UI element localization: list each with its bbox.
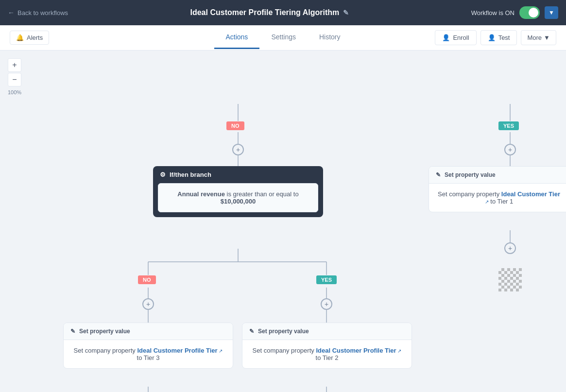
workflow-canvas: + − 100% NO YES + + ⚙ If/then branch Ann… bbox=[0, 51, 566, 392]
tab-settings[interactable]: Settings bbox=[259, 26, 308, 49]
title-text: Ideal Customer Profile Tiering Algorithm bbox=[190, 8, 340, 17]
external-link-icon: ↗ bbox=[218, 348, 223, 354]
topbar: ← Back to workflows Ideal Customer Profi… bbox=[0, 0, 566, 25]
condition-bold: Annual revenue bbox=[177, 190, 225, 198]
more-chevron-icon: ▼ bbox=[544, 34, 550, 41]
tabsbar: 🔔 Alerts Actions Settings History 👤 Enro… bbox=[0, 25, 566, 51]
add-step-top-yes[interactable]: + bbox=[504, 144, 516, 155]
chevron-down-icon: ▼ bbox=[549, 9, 554, 16]
zoom-level-label: 100% bbox=[8, 89, 21, 95]
setprop-suffix: to Tier 3 bbox=[137, 354, 160, 361]
enroll-icon: 👤 bbox=[442, 34, 450, 41]
alerts-label: Alerts bbox=[27, 34, 43, 41]
back-arrow-icon: ← bbox=[8, 9, 15, 17]
setprop-title: Set property value bbox=[258, 328, 309, 335]
no-badge: NO bbox=[138, 275, 156, 284]
zoom-in-button[interactable]: + bbox=[8, 58, 21, 72]
setprop-tier2-node[interactable]: ✎ Set property value Set company propert… bbox=[242, 323, 412, 369]
add-step-top-no[interactable]: + bbox=[232, 144, 244, 155]
yes-badge-top: YES bbox=[498, 121, 519, 130]
setprop-tier2-link[interactable]: Ideal Customer Profile Tier bbox=[316, 347, 396, 354]
workflow-toggle[interactable] bbox=[519, 6, 540, 19]
setprop-title: Set property value bbox=[445, 171, 496, 178]
yes-badge-bottom-right: YES bbox=[316, 275, 337, 284]
setprop-prefix: Set company property bbox=[74, 347, 136, 354]
setprop-tier3-link[interactable]: Ideal Customer Profile Tier bbox=[137, 347, 217, 354]
ifthen-title: If/then branch bbox=[170, 171, 211, 178]
setprop-link[interactable]: Ideal Customer Tier bbox=[501, 190, 560, 198]
add-step-bottom-left[interactable]: + bbox=[142, 298, 154, 310]
more-button[interactable]: More ▼ bbox=[521, 30, 556, 45]
workflow-status-label: Workflow is ON bbox=[471, 9, 515, 17]
workflow-title: Ideal Customer Profile Tiering Algorithm… bbox=[76, 8, 463, 17]
add-step-bottom-right[interactable]: + bbox=[321, 298, 332, 310]
external-link-icon: ↗ bbox=[485, 199, 489, 205]
setprop-tier3-header: ✎ Set property value bbox=[64, 323, 233, 340]
ifthen-body: Annual revenue is greater than or equal … bbox=[158, 183, 318, 212]
setprop-tier1-body: Set company property Ideal Customer Tier… bbox=[429, 184, 566, 212]
test-icon: 👤 bbox=[488, 34, 496, 41]
workflow-chevron-button[interactable]: ▼ bbox=[545, 6, 558, 19]
enroll-button[interactable]: 👤 Enroll bbox=[435, 30, 476, 45]
setprop-tier3-node[interactable]: ✎ Set property value Set company propert… bbox=[63, 323, 233, 369]
edit-icon[interactable]: ✎ bbox=[343, 9, 349, 17]
setprop-title: Set property value bbox=[79, 328, 130, 335]
add-step-button[interactable]: + bbox=[321, 298, 332, 310]
add-step-tier1[interactable]: + bbox=[504, 242, 516, 254]
add-step-button[interactable]: + bbox=[232, 144, 244, 155]
setprop-prefix: Set company property bbox=[253, 347, 314, 354]
branch-icon: ⚙ bbox=[160, 171, 166, 178]
ifthen-header: ⚙ If/then branch bbox=[153, 166, 323, 183]
setprop-tier2-body: Set company property Ideal Customer Prof… bbox=[242, 340, 412, 368]
zoom-controls: + − 100% bbox=[8, 58, 21, 95]
no-badge: NO bbox=[226, 121, 244, 130]
test-button[interactable]: 👤 Test bbox=[480, 30, 517, 45]
setprop-suffix: to Tier 2 bbox=[316, 354, 339, 361]
add-step-button[interactable]: + bbox=[504, 144, 516, 155]
tabs-center: Actions Settings History bbox=[214, 26, 352, 49]
setprop-tier1-header: ✎ Set property value bbox=[429, 167, 566, 184]
setprop-prefix: Set company property bbox=[438, 190, 499, 198]
tabsbar-right: 👤 Enroll 👤 Test More ▼ bbox=[435, 30, 556, 45]
enroll-label: Enroll bbox=[453, 34, 469, 41]
alerts-button[interactable]: 🔔 Alerts bbox=[10, 31, 49, 45]
setprop-tier2-header: ✎ Set property value bbox=[242, 323, 412, 340]
back-to-workflows-button[interactable]: ← Back to workflows bbox=[8, 9, 68, 17]
condition-text: is greater than or equal to bbox=[225, 190, 299, 198]
bell-icon: 🔔 bbox=[16, 34, 24, 41]
zoom-out-button[interactable]: − bbox=[8, 73, 21, 86]
more-label: More bbox=[527, 34, 542, 41]
no-badge-top: NO bbox=[226, 121, 244, 130]
add-step-button[interactable]: + bbox=[142, 298, 154, 310]
topbar-right: Workflow is ON ▼ bbox=[471, 6, 558, 19]
yes-badge: YES bbox=[498, 121, 519, 130]
test-label: Test bbox=[498, 34, 510, 41]
external-link-icon: ↗ bbox=[396, 348, 402, 354]
edit-icon: ✎ bbox=[436, 171, 441, 178]
edit-icon: ✎ bbox=[249, 328, 254, 335]
tab-actions[interactable]: Actions bbox=[214, 26, 259, 49]
edit-icon: ✎ bbox=[70, 328, 75, 335]
condition-value: $10,000,000 bbox=[221, 198, 256, 205]
ifthen-branch-node[interactable]: ⚙ If/then branch Annual revenue is great… bbox=[153, 166, 323, 217]
tab-history[interactable]: History bbox=[308, 26, 352, 49]
setprop-tier1-node[interactable]: ✎ Set property value Set company propert… bbox=[429, 166, 566, 212]
add-step-button[interactable]: + bbox=[504, 242, 516, 254]
setprop-suffix: to Tier 1 bbox=[490, 198, 513, 205]
back-label: Back to workflows bbox=[17, 9, 68, 17]
yes-badge: YES bbox=[316, 275, 337, 284]
setprop-tier3-body: Set company property Ideal Customer Prof… bbox=[64, 340, 233, 368]
cutoff-indicator-right bbox=[498, 268, 522, 291]
no-badge-bottom-left: NO bbox=[138, 275, 156, 284]
